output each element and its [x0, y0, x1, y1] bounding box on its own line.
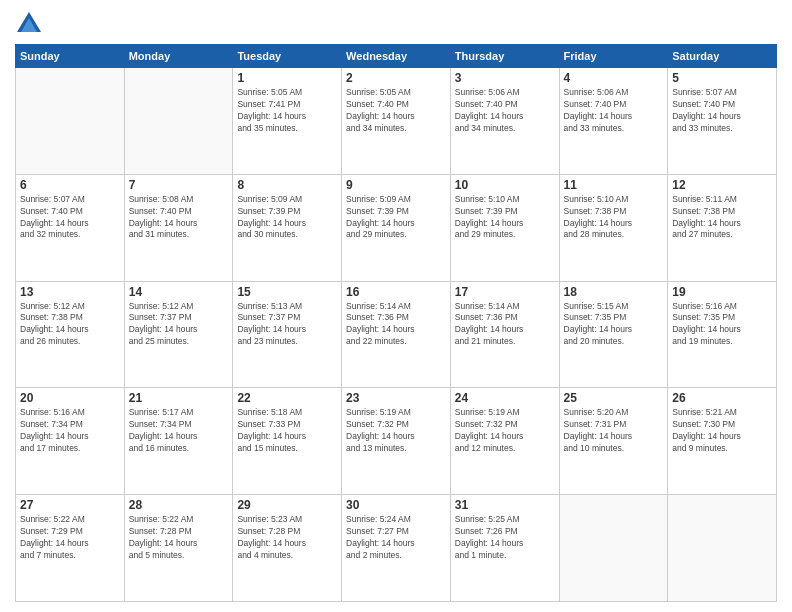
day-number: 30	[346, 498, 446, 512]
calendar-week-0: 1Sunrise: 5:05 AM Sunset: 7:41 PM Daylig…	[16, 68, 777, 175]
calendar-cell: 9Sunrise: 5:09 AM Sunset: 7:39 PM Daylig…	[342, 174, 451, 281]
calendar-cell: 15Sunrise: 5:13 AM Sunset: 7:37 PM Dayli…	[233, 281, 342, 388]
day-info: Sunrise: 5:19 AM Sunset: 7:32 PM Dayligh…	[455, 407, 555, 455]
day-number: 21	[129, 391, 229, 405]
day-number: 20	[20, 391, 120, 405]
day-info: Sunrise: 5:10 AM Sunset: 7:38 PM Dayligh…	[564, 194, 664, 242]
calendar-header-tuesday: Tuesday	[233, 45, 342, 68]
calendar-cell	[668, 495, 777, 602]
day-info: Sunrise: 5:22 AM Sunset: 7:28 PM Dayligh…	[129, 514, 229, 562]
calendar-header-sunday: Sunday	[16, 45, 125, 68]
day-info: Sunrise: 5:14 AM Sunset: 7:36 PM Dayligh…	[455, 301, 555, 349]
calendar-cell	[16, 68, 125, 175]
calendar-cell: 31Sunrise: 5:25 AM Sunset: 7:26 PM Dayli…	[450, 495, 559, 602]
day-info: Sunrise: 5:16 AM Sunset: 7:34 PM Dayligh…	[20, 407, 120, 455]
calendar-header-friday: Friday	[559, 45, 668, 68]
day-number: 2	[346, 71, 446, 85]
day-info: Sunrise: 5:06 AM Sunset: 7:40 PM Dayligh…	[564, 87, 664, 135]
day-number: 5	[672, 71, 772, 85]
calendar-cell: 20Sunrise: 5:16 AM Sunset: 7:34 PM Dayli…	[16, 388, 125, 495]
day-info: Sunrise: 5:12 AM Sunset: 7:37 PM Dayligh…	[129, 301, 229, 349]
day-number: 16	[346, 285, 446, 299]
day-info: Sunrise: 5:06 AM Sunset: 7:40 PM Dayligh…	[455, 87, 555, 135]
day-info: Sunrise: 5:17 AM Sunset: 7:34 PM Dayligh…	[129, 407, 229, 455]
day-number: 17	[455, 285, 555, 299]
calendar-cell: 23Sunrise: 5:19 AM Sunset: 7:32 PM Dayli…	[342, 388, 451, 495]
calendar-week-4: 27Sunrise: 5:22 AM Sunset: 7:29 PM Dayli…	[16, 495, 777, 602]
day-number: 6	[20, 178, 120, 192]
calendar-cell: 18Sunrise: 5:15 AM Sunset: 7:35 PM Dayli…	[559, 281, 668, 388]
calendar-cell: 4Sunrise: 5:06 AM Sunset: 7:40 PM Daylig…	[559, 68, 668, 175]
day-number: 26	[672, 391, 772, 405]
day-info: Sunrise: 5:07 AM Sunset: 7:40 PM Dayligh…	[20, 194, 120, 242]
day-number: 13	[20, 285, 120, 299]
day-number: 7	[129, 178, 229, 192]
day-info: Sunrise: 5:11 AM Sunset: 7:38 PM Dayligh…	[672, 194, 772, 242]
day-number: 1	[237, 71, 337, 85]
calendar-header-monday: Monday	[124, 45, 233, 68]
day-number: 8	[237, 178, 337, 192]
day-number: 3	[455, 71, 555, 85]
day-number: 24	[455, 391, 555, 405]
calendar-cell: 1Sunrise: 5:05 AM Sunset: 7:41 PM Daylig…	[233, 68, 342, 175]
day-info: Sunrise: 5:09 AM Sunset: 7:39 PM Dayligh…	[237, 194, 337, 242]
calendar-cell: 27Sunrise: 5:22 AM Sunset: 7:29 PM Dayli…	[16, 495, 125, 602]
calendar-cell	[559, 495, 668, 602]
day-number: 10	[455, 178, 555, 192]
day-number: 15	[237, 285, 337, 299]
day-info: Sunrise: 5:12 AM Sunset: 7:38 PM Dayligh…	[20, 301, 120, 349]
calendar-week-1: 6Sunrise: 5:07 AM Sunset: 7:40 PM Daylig…	[16, 174, 777, 281]
day-info: Sunrise: 5:08 AM Sunset: 7:40 PM Dayligh…	[129, 194, 229, 242]
calendar-header-row: SundayMondayTuesdayWednesdayThursdayFrid…	[16, 45, 777, 68]
calendar-cell: 29Sunrise: 5:23 AM Sunset: 7:28 PM Dayli…	[233, 495, 342, 602]
calendar-cell: 17Sunrise: 5:14 AM Sunset: 7:36 PM Dayli…	[450, 281, 559, 388]
day-info: Sunrise: 5:16 AM Sunset: 7:35 PM Dayligh…	[672, 301, 772, 349]
calendar-cell: 8Sunrise: 5:09 AM Sunset: 7:39 PM Daylig…	[233, 174, 342, 281]
day-number: 14	[129, 285, 229, 299]
logo	[15, 10, 47, 38]
calendar-cell: 5Sunrise: 5:07 AM Sunset: 7:40 PM Daylig…	[668, 68, 777, 175]
calendar-cell: 13Sunrise: 5:12 AM Sunset: 7:38 PM Dayli…	[16, 281, 125, 388]
calendar-cell: 3Sunrise: 5:06 AM Sunset: 7:40 PM Daylig…	[450, 68, 559, 175]
day-info: Sunrise: 5:20 AM Sunset: 7:31 PM Dayligh…	[564, 407, 664, 455]
calendar-cell: 24Sunrise: 5:19 AM Sunset: 7:32 PM Dayli…	[450, 388, 559, 495]
day-number: 9	[346, 178, 446, 192]
day-number: 12	[672, 178, 772, 192]
day-info: Sunrise: 5:13 AM Sunset: 7:37 PM Dayligh…	[237, 301, 337, 349]
day-number: 31	[455, 498, 555, 512]
day-number: 25	[564, 391, 664, 405]
calendar-cell: 28Sunrise: 5:22 AM Sunset: 7:28 PM Dayli…	[124, 495, 233, 602]
calendar-cell: 11Sunrise: 5:10 AM Sunset: 7:38 PM Dayli…	[559, 174, 668, 281]
day-info: Sunrise: 5:19 AM Sunset: 7:32 PM Dayligh…	[346, 407, 446, 455]
day-info: Sunrise: 5:05 AM Sunset: 7:40 PM Dayligh…	[346, 87, 446, 135]
day-number: 19	[672, 285, 772, 299]
day-info: Sunrise: 5:25 AM Sunset: 7:26 PM Dayligh…	[455, 514, 555, 562]
calendar-cell: 6Sunrise: 5:07 AM Sunset: 7:40 PM Daylig…	[16, 174, 125, 281]
day-info: Sunrise: 5:14 AM Sunset: 7:36 PM Dayligh…	[346, 301, 446, 349]
logo-icon	[15, 10, 43, 38]
day-info: Sunrise: 5:15 AM Sunset: 7:35 PM Dayligh…	[564, 301, 664, 349]
day-info: Sunrise: 5:07 AM Sunset: 7:40 PM Dayligh…	[672, 87, 772, 135]
day-number: 22	[237, 391, 337, 405]
day-number: 11	[564, 178, 664, 192]
calendar-week-3: 20Sunrise: 5:16 AM Sunset: 7:34 PM Dayli…	[16, 388, 777, 495]
calendar-cell: 26Sunrise: 5:21 AM Sunset: 7:30 PM Dayli…	[668, 388, 777, 495]
calendar-cell: 12Sunrise: 5:11 AM Sunset: 7:38 PM Dayli…	[668, 174, 777, 281]
calendar-cell: 2Sunrise: 5:05 AM Sunset: 7:40 PM Daylig…	[342, 68, 451, 175]
day-number: 29	[237, 498, 337, 512]
day-info: Sunrise: 5:22 AM Sunset: 7:29 PM Dayligh…	[20, 514, 120, 562]
header	[15, 10, 777, 38]
day-number: 18	[564, 285, 664, 299]
day-info: Sunrise: 5:09 AM Sunset: 7:39 PM Dayligh…	[346, 194, 446, 242]
calendar-cell	[124, 68, 233, 175]
day-info: Sunrise: 5:10 AM Sunset: 7:39 PM Dayligh…	[455, 194, 555, 242]
calendar-cell: 25Sunrise: 5:20 AM Sunset: 7:31 PM Dayli…	[559, 388, 668, 495]
day-info: Sunrise: 5:05 AM Sunset: 7:41 PM Dayligh…	[237, 87, 337, 135]
day-number: 4	[564, 71, 664, 85]
calendar-cell: 22Sunrise: 5:18 AM Sunset: 7:33 PM Dayli…	[233, 388, 342, 495]
day-number: 27	[20, 498, 120, 512]
calendar-cell: 10Sunrise: 5:10 AM Sunset: 7:39 PM Dayli…	[450, 174, 559, 281]
calendar-cell: 14Sunrise: 5:12 AM Sunset: 7:37 PM Dayli…	[124, 281, 233, 388]
calendar-cell: 30Sunrise: 5:24 AM Sunset: 7:27 PM Dayli…	[342, 495, 451, 602]
calendar-header-wednesday: Wednesday	[342, 45, 451, 68]
